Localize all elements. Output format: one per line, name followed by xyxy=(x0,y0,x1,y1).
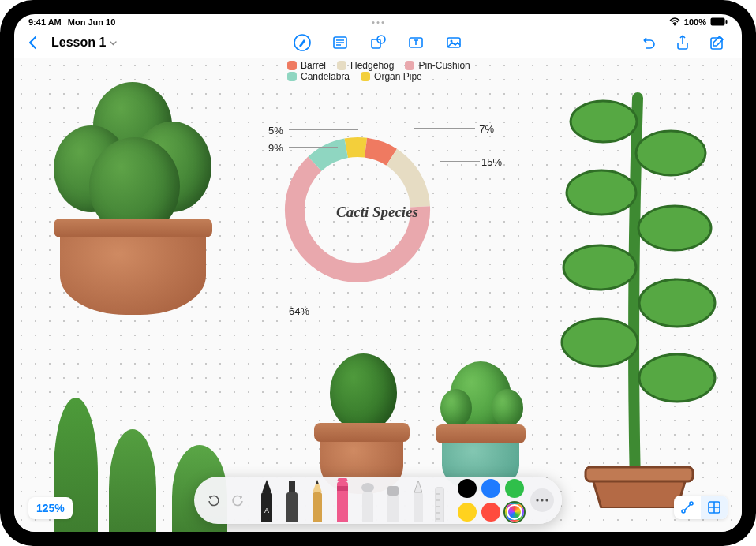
battery-pct: 100% xyxy=(684,17,706,27)
undo-button[interactable] xyxy=(638,32,658,53)
color-blue[interactable] xyxy=(481,479,500,498)
drawing-tall-plant[interactable] xyxy=(545,66,726,508)
svg-point-23 xyxy=(563,245,636,290)
drawing-palette: A xyxy=(194,477,562,524)
compose-button[interactable] xyxy=(707,32,728,53)
svg-point-20 xyxy=(636,131,705,175)
color-red[interactable] xyxy=(481,503,500,522)
palette-more-button[interactable] xyxy=(530,488,554,512)
screen: 9:41 AM Mon Jun 10 100% xyxy=(14,14,742,532)
freeform-canvas[interactable]: Barrel Hedgehog Pin-Cushion Candelabra O… xyxy=(14,58,742,532)
crayon-tool[interactable] xyxy=(333,478,352,522)
svg-point-21 xyxy=(567,170,636,215)
svg-point-41 xyxy=(361,483,374,492)
eraser-tool[interactable] xyxy=(384,478,402,522)
chart-legend: Barrel Hedgehog Pin-Cushion Candelabra O… xyxy=(287,60,470,82)
chart-title: Cacti Species xyxy=(336,204,418,221)
svg-point-53 xyxy=(541,499,543,501)
pen-tool[interactable]: A xyxy=(257,478,276,522)
svg-point-0 xyxy=(674,24,676,26)
legend-label: Hedgehog xyxy=(350,60,394,71)
pct-label-pincushion: 64% xyxy=(289,305,309,317)
zoom-level[interactable]: 125% xyxy=(28,497,73,519)
grid-toggle[interactable] xyxy=(701,496,728,519)
wifi-icon xyxy=(669,17,680,26)
media-button[interactable] xyxy=(443,32,464,53)
svg-rect-39 xyxy=(337,486,348,491)
svg-rect-42 xyxy=(387,494,399,522)
document-title[interactable]: Lesson 1 xyxy=(51,36,118,50)
palette-undo-button[interactable] xyxy=(202,489,224,511)
back-button[interactable] xyxy=(28,36,37,50)
svg-point-29 xyxy=(690,502,693,505)
svg-rect-40 xyxy=(362,492,373,522)
zoom-value: 125% xyxy=(36,502,65,514)
svg-rect-45 xyxy=(436,488,443,522)
ruler-tool[interactable] xyxy=(434,478,445,522)
color-green[interactable] xyxy=(505,479,524,498)
legend-label: Organ Pipe xyxy=(374,71,422,82)
pct-label-candelabra: 9% xyxy=(268,142,283,154)
svg-point-25 xyxy=(562,319,638,366)
palette-redo-button[interactable] xyxy=(227,489,249,511)
svg-point-19 xyxy=(571,101,637,142)
legend-label: Candelabra xyxy=(301,71,350,82)
color-wheel[interactable] xyxy=(505,503,524,522)
svg-rect-27 xyxy=(586,467,693,481)
pencil-tool[interactable] xyxy=(308,478,327,522)
share-button[interactable] xyxy=(672,32,693,53)
image-barrel-cactus-pot[interactable] xyxy=(46,82,219,327)
textbox-button[interactable] xyxy=(406,32,426,53)
battery-icon xyxy=(710,17,728,26)
svg-text:A: A xyxy=(264,507,269,514)
svg-rect-36 xyxy=(289,481,295,492)
color-yellow[interactable] xyxy=(458,503,477,522)
multitask-handle-icon[interactable] xyxy=(372,21,384,24)
color-black[interactable] xyxy=(458,479,477,498)
svg-rect-44 xyxy=(414,492,423,522)
document-title-label: Lesson 1 xyxy=(51,36,106,50)
shape-button[interactable] xyxy=(368,32,388,53)
svg-rect-35 xyxy=(286,492,298,522)
svg-point-26 xyxy=(639,354,715,402)
connectors-toggle[interactable] xyxy=(674,496,701,519)
donut-chart[interactable]: Cacti Species 5% 9% 7% 15% 64% xyxy=(275,107,480,312)
svg-rect-1 xyxy=(711,18,725,26)
marker-tool[interactable] xyxy=(283,478,301,522)
ipad-frame: 9:41 AM Mon Jun 10 100% xyxy=(0,0,756,546)
legend-label: Barrel xyxy=(301,60,326,71)
app-toolbar: Lesson 1 xyxy=(14,27,742,58)
svg-point-52 xyxy=(536,499,538,501)
svg-point-28 xyxy=(682,510,685,513)
legend-label: Pin-Cushion xyxy=(418,60,470,71)
tool-row: A xyxy=(253,478,450,522)
svg-rect-37 xyxy=(313,492,322,522)
status-date: Mon Jun 10 xyxy=(68,17,116,27)
pct-label-hedgehog: 15% xyxy=(481,156,502,168)
svg-rect-8 xyxy=(372,39,380,48)
color-picker xyxy=(458,479,524,522)
status-time: 9:41 AM xyxy=(28,17,62,27)
svg-point-54 xyxy=(545,499,548,501)
view-controls xyxy=(674,496,728,519)
svg-point-22 xyxy=(638,206,711,250)
fill-tool[interactable] xyxy=(358,478,377,522)
svg-point-24 xyxy=(639,279,715,327)
status-bar: 9:41 AM Mon Jun 10 100% xyxy=(14,14,742,27)
pct-label-organpipe: 5% xyxy=(268,125,283,136)
draw-tool-button[interactable] xyxy=(292,32,313,53)
pct-label-barrel: 7% xyxy=(479,123,494,135)
selection-tool[interactable] xyxy=(409,478,428,522)
sticky-note-button[interactable] xyxy=(330,32,350,53)
svg-rect-2 xyxy=(726,20,728,24)
svg-rect-43 xyxy=(387,486,399,496)
